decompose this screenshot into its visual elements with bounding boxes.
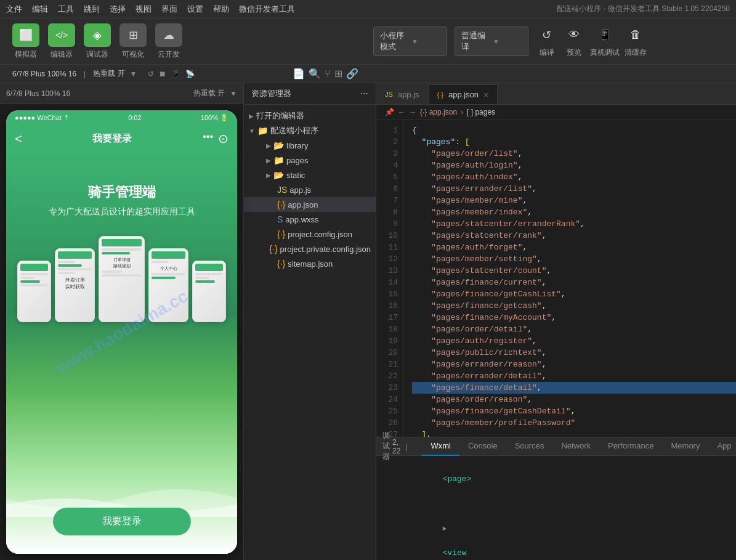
code-line-2[interactable]: "pages": [: [412, 136, 736, 148]
code-line-20[interactable]: "pages/public/richtext",: [412, 347, 736, 359]
breadcrumb-pin[interactable]: 📌: [385, 108, 394, 116]
phone-frame: ●●●●● WeChat ⇡ 0:02 100% 🔋 < 我要登录 ••• ⊙: [6, 110, 237, 554]
code-line-23[interactable]: "pages/finance/detail",: [412, 382, 736, 394]
file-panel-more[interactable]: ···: [360, 88, 368, 99]
back-icon[interactable]: <: [15, 132, 22, 146]
explorer-icon-2[interactable]: 🔍: [309, 68, 321, 79]
code-line-16[interactable]: "pages/finance/getcash",: [412, 300, 736, 312]
code-line-13[interactable]: "pages/statcenter/count",: [412, 265, 736, 277]
code-line-11[interactable]: "pages/auth/forget",: [412, 241, 736, 253]
code-line-3[interactable]: "pages/order/list",: [412, 148, 736, 160]
stop-icon[interactable]: ⏹: [159, 70, 166, 78]
menu-item-view[interactable]: 视图: [135, 4, 152, 15]
hot-reload-label[interactable]: 热重载 开: [93, 68, 124, 79]
mockup-3: 订单详情路线规划: [99, 236, 145, 322]
simulator-button[interactable]: ⬜ 模拟器: [12, 23, 39, 60]
signal-info: ●●●●● WeChat ⇡: [15, 114, 69, 122]
code-line-21[interactable]: "pages/errander/reason",: [412, 359, 736, 370]
network-icon[interactable]: 📡: [185, 70, 195, 78]
code-line-7[interactable]: "pages/member/mine",: [412, 195, 736, 206]
menu-item-goto[interactable]: 跳到: [84, 4, 100, 15]
breadcrumb-back[interactable]: ←: [398, 108, 405, 116]
appwxss-icon: S: [277, 214, 283, 224]
preview-button[interactable]: 👁 预览: [563, 25, 585, 58]
menu-item-file[interactable]: 文件: [6, 4, 22, 15]
code-line-8[interactable]: "pages/member/index",: [412, 206, 736, 218]
file-appjs[interactable]: JS app.js: [244, 182, 376, 197]
code-line-27[interactable]: ],: [412, 429, 736, 437]
hot-reload-dropdown[interactable]: ▼: [230, 89, 237, 98]
code-content[interactable]: { "pages": [ "pages/order/list", "pages/…: [403, 120, 736, 437]
code-line-5[interactable]: "pages/auth/index",: [412, 171, 736, 183]
code-line-26[interactable]: "pages/member/profilePassword": [412, 417, 736, 429]
file-projectprivate[interactable]: {·} project.private.config.json: [244, 241, 376, 256]
file-sitemap[interactable]: {·} sitemap.json: [244, 256, 376, 271]
file-pages[interactable]: ▶ 📁 pages: [244, 153, 376, 168]
code-line-10[interactable]: "pages/statcenter/rank",: [412, 230, 736, 241]
menu-item-select[interactable]: 选择: [110, 4, 126, 15]
tab-appjson[interactable]: {·} app.json ×: [429, 84, 498, 104]
debugger-button[interactable]: ◈ 调试器: [84, 23, 111, 60]
code-line-9[interactable]: "pages/statcenter/erranderRank",: [412, 218, 736, 230]
code-line-15[interactable]: "pages/finance/getCashList",: [412, 288, 736, 300]
mockup-5: [192, 261, 226, 322]
file-static[interactable]: ▶ 📂 static: [244, 168, 376, 182]
menu-item-help[interactable]: 帮助: [213, 4, 229, 15]
code-line-1[interactable]: {: [412, 124, 736, 136]
projconfig-icon: {·}: [277, 229, 285, 239]
clear-cache-button[interactable]: 🗑 清缓存: [625, 25, 647, 58]
login-button[interactable]: 我要登录: [53, 508, 191, 535]
explorer-icon-1[interactable]: 📄: [293, 68, 305, 79]
code-line-19[interactable]: "pages/auth/register",: [412, 335, 736, 347]
bottom-tab-wxml[interactable]: Wxml: [422, 437, 459, 456]
code-line-6[interactable]: "pages/errander/list",: [412, 183, 736, 195]
bottom-tab-performance[interactable]: Performance: [599, 437, 662, 456]
wxml-page-open: <page>: [443, 474, 472, 484]
capture-icon[interactable]: ⊙: [218, 131, 228, 146]
code-line-12[interactable]: "pages/member/setting",: [412, 253, 736, 265]
compile-select[interactable]: 普通编译 ▼: [455, 26, 528, 56]
bottom-tab-app[interactable]: App: [708, 437, 736, 456]
menu-item-edit[interactable]: 编辑: [32, 4, 48, 15]
file-appjson[interactable]: {·} app.json: [244, 197, 376, 212]
explorer-icon-4[interactable]: ⊞: [334, 68, 342, 79]
main-content: 6/7/8 Plus 100% 16 热重载 开 ▼ ●●●●● WeChat …: [0, 83, 736, 560]
compile-button[interactable]: ↺ 编译: [536, 25, 558, 58]
real-debug-button[interactable]: 📱 真机调试: [590, 25, 620, 58]
code-line-4[interactable]: "pages/auth/login",: [412, 160, 736, 171]
mode-select[interactable]: 小程序模式 ▼: [373, 26, 447, 56]
visualize-button[interactable]: ⊞ 可视化: [119, 23, 147, 60]
tab-appjs[interactable]: JS app.js: [376, 84, 429, 104]
menu-item-tools[interactable]: 工具: [58, 4, 74, 15]
explorer-icon-3[interactable]: ⑂: [325, 68, 331, 79]
project-section[interactable]: ▼ 📁 配送端小程序: [244, 123, 376, 138]
code-line-24[interactable]: "pages/order/reason",: [412, 394, 736, 405]
clear-cache-label: 清缓存: [625, 47, 647, 58]
open-editors-section[interactable]: ▶ 打开的编辑器: [244, 108, 376, 123]
line-numbers: 1234567891011121314151617181920212223242…: [376, 120, 403, 437]
file-appwxss[interactable]: S app.wxss: [244, 212, 376, 227]
code-line-17[interactable]: "pages/finance/myAccount",: [412, 312, 736, 323]
wxml-expand-arrow[interactable]: ▶: [443, 525, 447, 532]
tab-close-icon[interactable]: ×: [483, 90, 488, 100]
code-line-25[interactable]: "pages/finance/getCashDetail",: [412, 405, 736, 417]
code-line-22[interactable]: "pages/errander/detail",: [412, 370, 736, 382]
bottom-tab-console[interactable]: Console: [459, 437, 506, 456]
phone-icon[interactable]: 📱: [171, 70, 180, 78]
editor-button[interactable]: </> 编辑器: [48, 23, 75, 60]
cloud-button[interactable]: ☁ 云开发: [155, 23, 182, 60]
bottom-tab-network[interactable]: Network: [552, 437, 599, 456]
menu-item-interface[interactable]: 界面: [161, 4, 177, 15]
more-icon[interactable]: •••: [203, 131, 213, 146]
file-projectconfig[interactable]: {·} project.config.json: [244, 227, 376, 241]
breadcrumb-forward[interactable]: →: [409, 108, 416, 116]
file-library[interactable]: ▶ 📂 library: [244, 138, 376, 153]
explorer-icon-5[interactable]: 🔗: [346, 68, 358, 79]
code-line-14[interactable]: "pages/finance/current",: [412, 277, 736, 288]
bottom-tab-memory[interactable]: Memory: [663, 437, 709, 456]
menu-item-wechat[interactable]: 微信开发者工具: [239, 4, 295, 15]
bottom-tab-sources[interactable]: Sources: [506, 437, 553, 456]
refresh-icon[interactable]: ↺: [148, 70, 154, 78]
menu-item-settings[interactable]: 设置: [187, 4, 203, 15]
code-line-18[interactable]: "pages/order/detail",: [412, 323, 736, 335]
